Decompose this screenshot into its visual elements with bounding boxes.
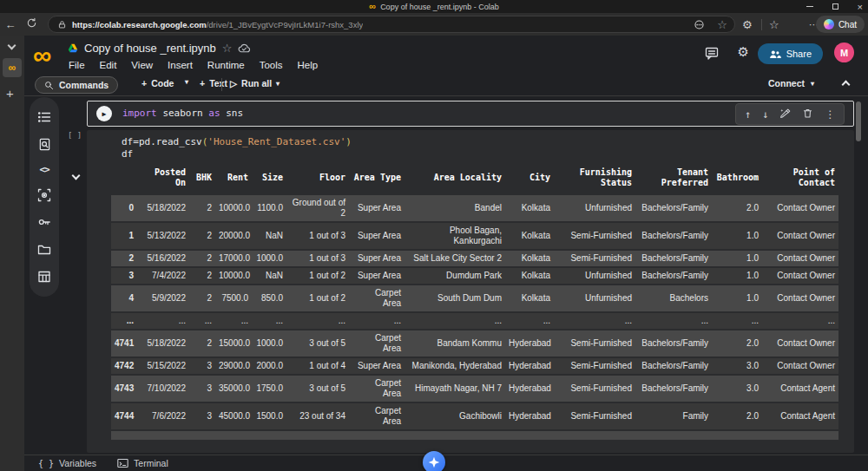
collections-star-icon[interactable]: ☆: [769, 18, 779, 31]
browser-essentials-icon[interactable]: ⚙: [742, 18, 753, 31]
restore-icon[interactable]: [832, 3, 838, 10]
table-cell: 1750.0: [252, 375, 286, 402]
add-code-caret[interactable]: ▾: [185, 78, 188, 86]
table-cell: ...: [252, 312, 286, 330]
delete-cell-icon[interactable]: [802, 108, 813, 121]
code-snippets-icon[interactable]: <>: [39, 164, 49, 175]
row-index: ...: [111, 312, 137, 330]
variable-inspector-icon[interactable]: [37, 188, 51, 202]
user-avatar[interactable]: M: [834, 43, 854, 62]
table-cell: 3: [189, 402, 215, 430]
active-tab-favicon[interactable]: ∞: [3, 58, 22, 77]
commands-button[interactable]: Commands: [35, 76, 118, 94]
address-bar[interactable]: https://colab.research.google.com/drive/…: [48, 16, 735, 33]
search-icon: [44, 81, 54, 90]
table-cell: ...: [505, 312, 554, 330]
colab-logo-icon[interactable]: ∞: [33, 43, 51, 69]
run-all-button[interactable]: ▷ Run all ▾: [230, 78, 279, 88]
cell1-code[interactable]: import seaborn as sns: [122, 108, 243, 119]
table-cell: 5/13/2022: [137, 222, 189, 250]
rail-chevron-down-icon[interactable]: [8, 42, 16, 50]
table-cell: 2.0: [712, 195, 762, 222]
table-cell: 3 out of 5: [286, 375, 349, 402]
table-cell: Kolkata: [505, 195, 554, 222]
table-cell: 1.0: [712, 250, 762, 267]
table-cell: Kolkata: [505, 267, 554, 285]
table-cell: Manikonda, Hyderabad: [404, 357, 505, 375]
favorite-star-icon[interactable]: ☆: [717, 18, 727, 31]
table-cell: Bachelors/Family: [635, 357, 712, 375]
code-cell-1[interactable]: ▶ import seaborn as sns ↑ ↓ ⋮: [87, 101, 854, 127]
connect-button[interactable]: Connect ▾: [768, 78, 814, 88]
table-cell: Semi-Furnished: [554, 375, 635, 402]
add-text-button[interactable]: + Text: [200, 78, 227, 88]
data-table-icon[interactable]: [37, 270, 51, 284]
files-folder-icon[interactable]: [37, 243, 51, 257]
table-cell: 2.0: [712, 402, 762, 430]
close-icon[interactable]: ×: [858, 3, 863, 11]
add-code-button[interactable]: + Code: [141, 78, 174, 88]
find-replace-icon[interactable]: [38, 138, 51, 151]
reading-mode-icon[interactable]: [694, 19, 705, 30]
table-header-row: Posted OnBHKRentSizeFloorArea TypeArea L…: [111, 165, 838, 195]
table-row: .......................................: [111, 312, 838, 330]
move-cell-down-icon[interactable]: ↓: [762, 108, 768, 121]
collapse-header-icon[interactable]: [842, 81, 851, 89]
table-cell: Phool Bagan, Kankurgachi: [404, 222, 505, 250]
table-cell: Unfurnished: [554, 195, 635, 222]
row-index: 2: [111, 250, 137, 267]
table-cell: 15000.0: [215, 330, 252, 357]
menu-item-tools[interactable]: Tools: [260, 60, 283, 70]
refresh-icon[interactable]: [21, 17, 42, 31]
menu-item-view[interactable]: View: [131, 60, 153, 70]
row-index: 4743: [111, 375, 137, 402]
move-cell-up-icon[interactable]: ↑: [745, 108, 751, 121]
collapse-output-icon[interactable]: [73, 167, 79, 182]
table-cell: 7/4/2022: [137, 267, 189, 285]
terminal-button[interactable]: Terminal: [117, 458, 168, 468]
secrets-key-icon[interactable]: [37, 215, 51, 229]
table-cell: Super Area: [349, 222, 404, 250]
menu-item-edit[interactable]: Edit: [100, 60, 117, 70]
table-row: 47415/18/2022215000.01000.03 out of 5Car…: [111, 330, 838, 357]
table-cell: 45000.0: [215, 402, 252, 430]
menu-item-insert[interactable]: Insert: [168, 60, 193, 70]
notebook-title[interactable]: Copy of house _rent.ipynb: [84, 42, 216, 55]
table-cell: Dumdum Park: [404, 267, 505, 285]
run-cell-icon[interactable]: ▶: [96, 106, 112, 121]
cell2-code[interactable]: df=pd.read_csv('House_Rent_Dataset.csv')…: [122, 136, 352, 160]
table-cell: Contact Owner: [762, 285, 838, 312]
settings-gear-icon[interactable]: ⚙: [738, 45, 749, 58]
menu-item-runtime[interactable]: Runtime: [207, 60, 245, 70]
cell-more-options-icon[interactable]: ⋮: [825, 108, 835, 121]
table-cell: ...: [635, 312, 712, 330]
table-cell: Gachibowli: [404, 402, 505, 430]
back-icon[interactable]: ←: [0, 18, 21, 31]
table-of-contents-icon[interactable]: [37, 110, 51, 124]
variables-button[interactable]: { } Variables: [38, 458, 96, 468]
comments-icon[interactable]: [705, 46, 719, 63]
execution-count[interactable]: [ ]: [68, 131, 82, 140]
edit-with-ai-icon[interactable]: [779, 108, 791, 121]
browser-tab[interactable]: ∞ Copy of house _rent.ipynb - Colab: [369, 3, 498, 11]
code-cell-2[interactable]: df=pd.read_csv('House_Rent_Dataset.csv')…: [87, 130, 854, 453]
menu-item-file[interactable]: File: [69, 60, 85, 70]
new-tab-icon[interactable]: +: [6, 86, 14, 101]
table-cell: 5/16/2022: [137, 250, 189, 267]
gemini-button[interactable]: [423, 451, 445, 471]
table-cell: Contact Owner: [762, 267, 838, 285]
star-notebook-icon[interactable]: ☆: [222, 42, 233, 55]
minimize-icon[interactable]: [806, 6, 813, 7]
chat-button[interactable]: Chat: [816, 16, 865, 33]
table-cell: Hyderabad: [505, 330, 554, 357]
table-cell: 1000.0: [252, 330, 286, 357]
tab-title: Copy of house _rent.ipynb - Colab: [380, 3, 499, 11]
column-header: Area Type: [349, 165, 404, 195]
table-cell: Bachelors/Family: [635, 222, 712, 250]
sidebar: <>: [30, 97, 59, 297]
scrollbar-thumb[interactable]: [856, 101, 861, 141]
menu-item-help[interactable]: Help: [298, 60, 319, 70]
browser-toolbar: ← https://colab.research.google.com/driv…: [0, 13, 868, 36]
share-button[interactable]: Share: [758, 43, 823, 64]
table-cell: Bachelors/Family: [635, 195, 712, 222]
